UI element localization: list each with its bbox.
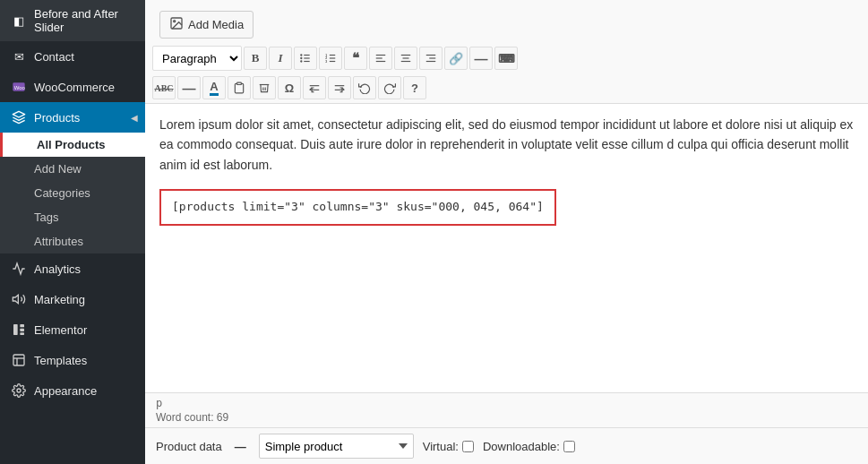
sidebar-item-all-products[interactable]: All Products xyxy=(0,133,145,157)
add-media-icon xyxy=(169,16,184,33)
sidebar-item-woocommerce[interactable]: Woo WooCommerce xyxy=(0,72,145,102)
add-media-button[interactable]: Add Media xyxy=(159,11,254,39)
sidebar-item-tags[interactable]: Tags xyxy=(0,205,145,229)
products-icon xyxy=(11,109,27,125)
outdent-button[interactable] xyxy=(303,76,326,99)
align-right-button[interactable] xyxy=(419,47,443,70)
product-type-select[interactable]: Simple product Grouped product External/… xyxy=(259,434,414,459)
appearance-icon xyxy=(11,382,27,399)
sidebar-item-attributes[interactable]: Attributes xyxy=(0,229,145,253)
align-left-button[interactable] xyxy=(369,47,392,70)
templates-icon xyxy=(11,352,27,368)
link-button[interactable]: 🔗 xyxy=(444,47,468,70)
downloadable-checkbox[interactable] xyxy=(563,441,575,452)
sidebar-item-contact[interactable]: ✉ Contact xyxy=(0,41,145,72)
align-center-button[interactable] xyxy=(394,47,417,70)
sidebar: ◧ Before and After Slider ✉ Contact Woo … xyxy=(0,0,145,464)
paste-text-button[interactable] xyxy=(228,76,251,99)
svg-text:3: 3 xyxy=(325,60,327,64)
analytics-icon xyxy=(11,261,27,277)
sidebar-item-templates[interactable]: Templates xyxy=(0,345,145,375)
sidebar-item-add-new[interactable]: Add New xyxy=(0,157,145,181)
svg-rect-3 xyxy=(13,324,18,335)
word-count: Word count: 69 xyxy=(156,411,857,424)
virtual-checkbox-group: Virtual: xyxy=(423,440,474,453)
sidebar-item-analytics[interactable]: Analytics xyxy=(0,253,145,284)
indent-button[interactable] xyxy=(328,76,351,99)
shortcode-block: [products limit="3" columns="3" skus="00… xyxy=(159,189,556,226)
sidebar-item-elementor[interactable]: Elementor xyxy=(0,314,145,345)
product-data-label: Product data xyxy=(156,440,222,453)
products-arrow-icon: ◀ xyxy=(131,113,138,123)
svg-rect-6 xyxy=(20,332,24,335)
undo-button[interactable] xyxy=(353,76,376,99)
svg-rect-34 xyxy=(237,82,242,84)
blockquote-button[interactable]: ❝ xyxy=(344,47,367,70)
svg-point-18 xyxy=(301,61,302,62)
sidebar-item-categories[interactable]: Categories xyxy=(0,181,145,205)
svg-point-12 xyxy=(174,21,176,22)
svg-rect-5 xyxy=(20,329,24,331)
editor-status-bar: p Word count: 69 xyxy=(145,392,868,427)
bold-button[interactable]: B xyxy=(244,47,267,70)
svg-rect-4 xyxy=(20,324,24,327)
svg-point-10 xyxy=(17,389,21,392)
sidebar-item-appearance[interactable]: Appearance xyxy=(0,375,145,406)
elementor-icon xyxy=(11,322,27,338)
help-button[interactable]: ? xyxy=(403,76,426,99)
status-path: p xyxy=(156,397,857,409)
downloadable-checkbox-group: Downloadable: xyxy=(483,440,575,453)
marketing-icon xyxy=(11,291,27,307)
svg-marker-2 xyxy=(13,295,18,303)
toggle-toolbar-button[interactable]: ⌨ xyxy=(494,47,518,70)
svg-point-16 xyxy=(301,55,302,56)
more-button[interactable]: — xyxy=(469,47,493,70)
ol-button[interactable]: 123 xyxy=(319,47,342,70)
products-submenu: All Products Add New Categories Tags Att… xyxy=(0,133,145,253)
product-data-separator: — xyxy=(235,440,246,453)
sidebar-item-products[interactable]: Products ◀ xyxy=(0,102,145,133)
svg-text:Woo: Woo xyxy=(14,85,26,90)
editor-paragraph: Lorem ipsum dolor sit amet, consectetur … xyxy=(159,115,854,175)
before-after-slider-icon: ◧ xyxy=(11,13,27,29)
redo-button[interactable] xyxy=(378,76,401,99)
paragraph-format-select[interactable]: Paragraph Heading 1 Heading 2 Heading 3 xyxy=(152,46,242,71)
product-data-bar: Product data — Simple product Grouped pr… xyxy=(145,427,868,464)
clear-format-button[interactable] xyxy=(253,76,276,99)
sidebar-item-marketing[interactable]: Marketing xyxy=(0,284,145,314)
strikethrough-button[interactable]: ABC xyxy=(152,76,176,99)
italic-button[interactable]: I xyxy=(269,47,292,70)
woocommerce-icon: Woo xyxy=(11,79,27,95)
hr-button[interactable]: — xyxy=(177,76,201,99)
text-color-button[interactable]: A xyxy=(202,76,226,99)
svg-rect-7 xyxy=(13,355,24,365)
ul-button[interactable] xyxy=(294,47,317,70)
contact-icon: ✉ xyxy=(11,48,27,64)
special-char-button[interactable]: Ω xyxy=(278,76,301,99)
sidebar-item-before-after-slider[interactable]: ◧ Before and After Slider xyxy=(0,0,145,41)
editor-content[interactable]: Lorem ipsum dolor sit amet, consectetur … xyxy=(145,104,868,392)
main-editor: Add Media Paragraph Heading 1 Heading 2 … xyxy=(145,0,868,464)
svg-point-17 xyxy=(301,57,302,58)
virtual-checkbox[interactable] xyxy=(462,441,474,452)
